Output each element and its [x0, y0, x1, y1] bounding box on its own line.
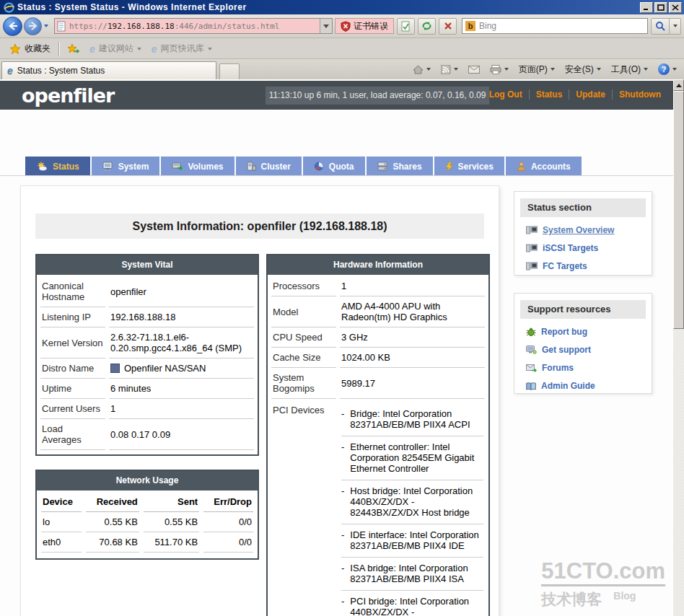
sidebar-link-report-bug[interactable]: Report bug [526, 327, 652, 337]
refresh-button[interactable] [418, 18, 436, 35]
pci-device-item: -Ethernet controller: Intel Corporation … [341, 436, 483, 480]
network-usage-table: Device Received Sent Err/Drop lo 0.55 KB… [37, 492, 258, 553]
pci-device-item: -ISA bridge: Intel Corporation 82371AB/E… [341, 558, 483, 591]
pci-device-text: Bridge: Intel Corporation 82371AB/EB/MB … [350, 408, 483, 430]
pci-device-item: -Host bridge: Intel Corporation 440BX/ZX… [341, 480, 483, 524]
favorites-star-icon [9, 43, 21, 54]
close-button[interactable] [669, 2, 682, 13]
home-button[interactable] [408, 61, 435, 78]
pci-device-text: IDE interface: Intel Corporation 82371AB… [350, 529, 483, 551]
nav-tab-shares[interactable]: Shares [367, 157, 433, 176]
row-label: Processors [271, 276, 336, 296]
pci-device-text: ISA bridge: Intel Corporation 82371AB/EB… [350, 563, 483, 584]
nav-tab-quota[interactable]: Quota [303, 157, 365, 176]
forward-button[interactable] [24, 17, 42, 35]
header-links: Log Out Status Update Shutdown [483, 89, 667, 100]
sidebar-link-admin-guide[interactable]: Admin Guide [526, 381, 652, 391]
table-row: Distro Name Openfiler NAS/SAN [40, 358, 254, 379]
nav-tab-volumes[interactable]: Volumes [161, 157, 234, 176]
url-host: 192.168.188.18 [108, 22, 175, 31]
sidebar-link-get-support[interactable]: Get support [526, 345, 652, 355]
nav-tab-label: Shares [393, 162, 422, 172]
nav-tab-status[interactable]: Status [25, 157, 90, 176]
forum-envelope-icon [526, 364, 537, 372]
sidebar-link-fc-targets[interactable]: FC Targets [526, 261, 652, 271]
pci-devices-label: PCI Devices [271, 399, 336, 616]
feeds-button[interactable] [437, 61, 462, 78]
address-dropdown-button[interactable] [320, 19, 332, 33]
favorites-button[interactable]: 收藏夹 [4, 40, 56, 58]
cell-device: lo [41, 512, 82, 532]
tools-menu-label: 工具(O) [611, 63, 641, 76]
page-menu-button[interactable]: 页面(P) [514, 61, 559, 78]
add-to-favorites-bar-button[interactable] [62, 40, 84, 58]
help-button[interactable]: ? [654, 61, 681, 78]
scroll-up-button[interactable] [673, 79, 684, 91]
shutdown-link[interactable]: Shutdown [612, 89, 667, 100]
search-button[interactable] [651, 18, 670, 35]
tab-favicon: e [7, 65, 13, 76]
table-row: Canonical Hostname openfiler [40, 276, 254, 307]
search-box[interactable]: b Bing [462, 18, 648, 34]
pci-device-item: -Bridge: Intel Corporation 82371AB/EB/MB… [341, 403, 483, 436]
distro-icon [110, 364, 120, 373]
row-label: Model [271, 296, 336, 327]
print-button[interactable] [486, 61, 513, 78]
stop-button[interactable] [439, 18, 457, 35]
status-link[interactable]: Status [529, 89, 569, 100]
cell-sent: 511.70 KB [144, 532, 199, 553]
cell-sent: 0.55 KB [144, 512, 199, 532]
search-options-dropdown[interactable] [670, 18, 681, 35]
read-mail-button[interactable] [464, 61, 484, 78]
book-icon [526, 382, 536, 390]
cell-device: eth0 [41, 532, 82, 553]
quota-pie-icon [314, 162, 324, 171]
update-link[interactable]: Update [569, 89, 612, 100]
minimize-button[interactable] [640, 2, 653, 13]
pci-device-item: -IDE interface: Intel Corporation 82371A… [341, 524, 483, 558]
row-value: 6 minutes [109, 379, 254, 399]
safety-menu-button[interactable]: 安全(S) [561, 61, 605, 78]
row-value: 1 [109, 399, 254, 419]
maximize-button[interactable] [654, 2, 667, 13]
suggested-sites-button[interactable]: e 建议网站 [84, 40, 146, 58]
nav-tab-label: Volumes [188, 162, 223, 172]
sidebar-link-iscsi-targets[interactable]: iSCSI Targets [526, 243, 652, 253]
system-monitor-icon [102, 162, 113, 171]
status-section-box: Status section System Overview iSCSI Tar… [514, 191, 652, 276]
tab-bar: e Status : System Status 页面(P) [0, 59, 684, 79]
tools-menu-button[interactable]: 工具(O) [607, 61, 652, 78]
compatibility-view-button[interactable] [397, 18, 415, 35]
certificate-error-badge[interactable]: 证书错误 [335, 18, 394, 34]
table-row: PCI Devices -Bridge: Intel Corporation 8… [271, 399, 485, 616]
row-value: openfiler [109, 276, 254, 307]
page-title: System Information: openfiler (192.168.1… [35, 214, 484, 239]
scrollbar-thumb[interactable] [673, 91, 684, 329]
row-value: Openfiler NAS/SAN [109, 358, 254, 379]
nav-tab-cluster[interactable]: Cluster [236, 157, 302, 176]
row-label: System Bogomips [271, 368, 336, 399]
browser-tab[interactable]: e Status : System Status [1, 61, 216, 79]
hardware-information-panel: Hardware Information Processors 1 Model … [266, 254, 490, 616]
page-scrollbar[interactable] [673, 79, 684, 616]
nav-tab-accounts[interactable]: Accounts [506, 157, 582, 176]
row-value: 192.168.188.18 [109, 307, 254, 327]
51cto-watermark: 51CTO.com 技术博客 Blog [541, 560, 665, 610]
logout-link[interactable]: Log Out [483, 89, 529, 100]
address-bar[interactable]: https://192.168.188.18:446/admin/status.… [54, 18, 333, 34]
nav-tab-services[interactable]: Services [434, 157, 504, 176]
back-button[interactable] [3, 17, 22, 36]
sidebar-link-system-overview[interactable]: System Overview [526, 225, 652, 235]
nav-tab-label: Quota [329, 162, 354, 172]
ie-window-icon [4, 2, 14, 13]
recent-pages-dropdown-icon[interactable] [44, 25, 48, 27]
system-vital-panel: System Vital Canonical Hostname openfile… [35, 254, 259, 456]
web-slice-gallery-button[interactable]: e 网页快讯库 [146, 40, 217, 58]
new-tab-button[interactable] [219, 63, 240, 79]
openfiler-nav-tabs: Status System Volumes Cluster Quota Shar… [25, 157, 583, 176]
table-row: Processors 1 [271, 276, 485, 296]
main-content-panel: System Information: openfiler (192.168.1… [20, 185, 499, 616]
nav-tab-label: Cluster [261, 162, 291, 172]
nav-tab-system[interactable]: System [92, 157, 160, 176]
sidebar-link-forums[interactable]: Forums [526, 363, 652, 373]
